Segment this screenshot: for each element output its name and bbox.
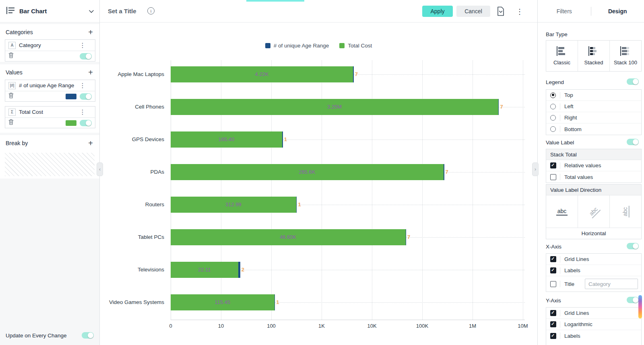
x-grid-lines-option[interactable]: Grid Lines — [546, 254, 641, 265]
radio-icon[interactable] — [550, 104, 556, 109]
checkbox-icon[interactable] — [550, 321, 556, 327]
kebab-menu-icon[interactable]: ⋮ — [79, 82, 86, 89]
category-card[interactable]: A Category ⋮ — [5, 39, 95, 62]
x-axis-toggle[interactable] — [627, 243, 639, 249]
value-card-total-cost[interactable]: Σ Total Cost ⋮ — [5, 106, 95, 128]
bar-row[interactable]: 115.451 — [171, 294, 275, 310]
add-break-by-button[interactable]: + — [88, 139, 93, 147]
age-range-bar[interactable] — [275, 294, 275, 310]
legend-toggle[interactable] — [627, 78, 639, 85]
trash-icon[interactable] — [8, 52, 14, 60]
bar-row[interactable]: 265.6K7 — [171, 164, 444, 180]
collapse-left-panel-handle[interactable]: ‹ — [97, 162, 103, 176]
radio-icon[interactable] — [550, 126, 556, 132]
bar-row[interactable]: 165.401 — [171, 131, 283, 148]
tab-design[interactable]: Design — [591, 8, 644, 14]
collapse-right-panel-handle[interactable]: › — [532, 162, 539, 176]
add-value-button[interactable]: + — [88, 68, 93, 76]
radio-icon[interactable] — [550, 92, 556, 98]
stack-total-title: Stack Total — [546, 149, 641, 160]
direction-horizontal[interactable]: abc — [546, 195, 578, 228]
y-labels-option[interactable]: Labels — [546, 330, 641, 341]
age-range-bar[interactable] — [498, 99, 499, 115]
age-range-bar[interactable] — [444, 164, 444, 180]
option-label: Left — [560, 103, 641, 109]
break-by-title: Break by — [6, 140, 28, 146]
bar-type-stack-100[interactable]: Stack 100 — [609, 41, 641, 71]
value-enabled-toggle[interactable] — [80, 93, 92, 100]
chart-type-selector[interactable]: Bar Chart — [0, 0, 99, 23]
bar-row[interactable]: 312.991 — [171, 197, 297, 213]
legend-item[interactable]: # of unique Age Range — [265, 43, 329, 49]
x-labels-option[interactable]: Labels — [546, 265, 641, 276]
sum-measure-icon: Σ — [8, 109, 16, 116]
legend-position-bottom[interactable]: Bottom — [546, 123, 641, 135]
age-range-bar[interactable] — [406, 229, 407, 245]
legend-position-left[interactable]: Left — [546, 101, 641, 112]
option-label: Labels — [560, 333, 641, 339]
value-label-toggle[interactable] — [627, 139, 639, 145]
value-enabled-toggle[interactable] — [80, 120, 92, 126]
direction-vertical[interactable]: abc — [609, 195, 641, 228]
bar-row[interactable]: 46.60K7 — [171, 229, 406, 245]
add-category-button[interactable]: + — [88, 28, 93, 36]
x-axis-title-input[interactable] — [585, 279, 638, 289]
text-field-icon: A — [8, 42, 16, 49]
checkbox-icon[interactable] — [550, 174, 556, 180]
bar-type-label: Stack 100 — [614, 60, 637, 66]
chevron-down-icon[interactable] — [89, 8, 94, 15]
age-range-bar[interactable] — [238, 262, 240, 278]
y-axis-toggle[interactable] — [627, 297, 639, 303]
widget-title[interactable]: Set a Title — [108, 8, 136, 14]
checkbox-icon[interactable] — [550, 267, 556, 273]
checkbox-icon[interactable] — [550, 281, 556, 287]
checkbox-icon[interactable] — [550, 310, 556, 316]
y-logarithmic-option[interactable]: Logarithmic — [546, 319, 641, 330]
legend-position-right[interactable]: Right — [546, 112, 641, 123]
trash-icon[interactable] — [8, 92, 14, 100]
apply-button[interactable]: Apply — [422, 6, 453, 17]
more-options-icon[interactable]: ⋮ — [516, 7, 523, 16]
bar-row[interactable]: 22.112 — [171, 262, 240, 278]
radio-icon[interactable] — [550, 115, 556, 121]
value-card-age-range[interactable]: |#| # of unique Age Range ⋮ — [5, 80, 95, 102]
bar-row[interactable]: 3.25M7 — [171, 99, 499, 115]
direction-diagonal[interactable]: abc — [578, 195, 609, 228]
stack-total-box: Stack Total Relative values Total values — [546, 149, 642, 183]
series-color-swatch[interactable] — [66, 94, 76, 99]
category-enabled-toggle[interactable] — [80, 53, 92, 60]
category-label: Routers — [100, 201, 164, 209]
option-label: Grid Lines — [560, 256, 641, 262]
bar-type-classic[interactable]: Classic — [546, 41, 578, 71]
bar-row[interactable]: 4.22K7 — [171, 66, 354, 82]
age-range-bar[interactable] — [282, 131, 283, 148]
kebab-menu-icon[interactable]: ⋮ — [79, 42, 86, 49]
y-grid-lines-option[interactable]: Grid Lines — [546, 308, 641, 319]
legend-item[interactable]: Total Cost — [339, 43, 372, 49]
break-by-dropzone[interactable] — [5, 153, 95, 176]
trash-icon[interactable] — [8, 119, 14, 127]
x-title-option[interactable]: Title — [546, 276, 641, 292]
relative-values-option[interactable]: Relative values — [546, 160, 641, 171]
checkbox-icon[interactable] — [550, 256, 556, 262]
panel-scrollbar-thumb[interactable] — [638, 295, 642, 318]
bar-type-stacked[interactable]: Stacked — [578, 41, 609, 71]
tab-filters[interactable]: Filters — [538, 8, 591, 14]
series-color-swatch[interactable] — [66, 120, 76, 126]
stack-end-label: 7 — [500, 99, 503, 115]
age-range-bar[interactable] — [353, 66, 354, 82]
legend-position-top[interactable]: Top — [546, 90, 641, 101]
x-gridline — [523, 60, 523, 320]
export-icon[interactable] — [497, 6, 505, 18]
update-on-change-toggle[interactable] — [82, 332, 94, 339]
kebab-menu-icon[interactable]: ⋮ — [79, 109, 86, 115]
checkbox-icon[interactable] — [550, 162, 556, 168]
category-field-label: Category — [19, 42, 79, 49]
data-panel: Bar Chart Categories + A Category ⋮ — [0, 0, 100, 345]
info-icon[interactable]: i — [147, 7, 155, 14]
cancel-button[interactable]: Cancel — [456, 6, 490, 17]
bar-chart-canvas[interactable]: # of unique Age RangeTotal Cost 0101001K… — [100, 23, 537, 345]
checkbox-icon[interactable] — [550, 333, 556, 339]
age-range-bar[interactable] — [296, 197, 297, 213]
total-values-option[interactable]: Total values — [546, 171, 641, 183]
